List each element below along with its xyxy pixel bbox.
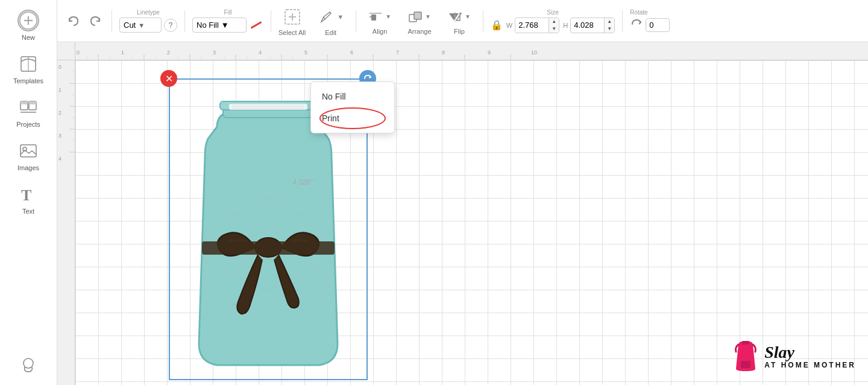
- svg-text:8: 8: [442, 49, 445, 56]
- linetype-select[interactable]: Cut ▼: [119, 18, 162, 33]
- svg-text:2: 2: [167, 49, 170, 56]
- svg-rect-7: [20, 101, 28, 104]
- height-label: H: [563, 22, 568, 29]
- watermark: Slay AT HOME MOTHER: [732, 340, 856, 373]
- help-symbol: ?: [169, 21, 173, 30]
- sidebar-item-text[interactable]: T Text: [4, 179, 52, 220]
- fill-group: Fill No Fill ▼: [192, 9, 263, 33]
- sidebar-item-projects-label: Projects: [16, 121, 40, 128]
- height-input-wrap: ▲ ▼: [570, 18, 615, 33]
- svg-point-13: [24, 358, 33, 368]
- svg-rect-86: [202, 241, 335, 255]
- sidebar-item-new[interactable]: New: [4, 5, 52, 46]
- height-spin-down[interactable]: ▼: [605, 25, 614, 33]
- redo-button[interactable]: [86, 12, 104, 30]
- lock-icon: 🔒: [491, 19, 503, 31]
- sidebar: New Templates Projects: [0, 0, 57, 385]
- arrange-label: Arrange: [407, 28, 431, 35]
- sidebar-item-projects[interactable]: Projects: [4, 92, 52, 133]
- fill-option-no-fill[interactable]: No Fill: [311, 86, 394, 107]
- arrange-button[interactable]: ▼: [403, 7, 436, 27]
- delete-handle[interactable]: ✕: [160, 70, 177, 87]
- size-group: Size 🔒 W ▲ ▼ H: [491, 9, 615, 33]
- fill-chevron-icon: ▼: [221, 21, 229, 30]
- svg-rect-22: [414, 12, 421, 19]
- width-spin-up[interactable]: ▲: [549, 18, 559, 25]
- fill-select[interactable]: No Fill ▼: [192, 18, 247, 33]
- svg-text:4: 4: [259, 49, 262, 56]
- svg-text:10: 10: [531, 49, 537, 56]
- arrange-group: ▼ Arrange: [403, 7, 436, 35]
- more-icon: [17, 354, 39, 375]
- height-spinners: ▲ ▼: [604, 18, 614, 33]
- flip-button[interactable]: ▼: [443, 7, 476, 27]
- sidebar-item-text-label: Text: [22, 208, 34, 215]
- select-all-button[interactable]: [279, 6, 306, 28]
- width-field: W ▲ ▼: [506, 18, 559, 33]
- svg-text:9: 9: [488, 49, 491, 56]
- watermark-sub: AT HOME MOTHER: [764, 361, 856, 369]
- align-chevron-icon: ▼: [385, 13, 391, 20]
- watermark-text: Slay AT HOME MOTHER: [764, 344, 856, 369]
- sidebar-item-new-label: New: [22, 34, 35, 41]
- select-all-label: Select All: [278, 29, 306, 36]
- ruler-corner: [57, 42, 75, 60]
- rotate-icon: [630, 18, 643, 33]
- ruler-horizontal: 0 1 2 3 4 5 6 7 8 9 10: [75, 42, 868, 60]
- svg-text:4: 4: [58, 156, 61, 162]
- svg-text:0: 0: [58, 64, 61, 70]
- svg-text:1: 1: [58, 87, 61, 93]
- height-input[interactable]: [571, 19, 604, 31]
- edit-button[interactable]: ▼: [313, 6, 348, 28]
- align-label: Align: [373, 28, 387, 35]
- watermark-slay: Slay: [764, 344, 856, 361]
- linetype-help-button[interactable]: ?: [164, 19, 177, 32]
- arrange-chevron-icon: ▼: [425, 13, 431, 20]
- select-all-group: Select All: [278, 6, 306, 36]
- svg-rect-8: [29, 101, 36, 104]
- fill-value: No Fill: [197, 21, 219, 30]
- main-area: Linetype Cut ▼ ? Fill No F: [57, 0, 868, 385]
- ruler-vertical: 0 1 2 3 4: [57, 42, 75, 385]
- svg-text:3: 3: [58, 133, 61, 139]
- fill-option-print[interactable]: Print: [311, 107, 394, 129]
- svg-text:7: 7: [396, 49, 399, 56]
- undo-button[interactable]: [64, 12, 83, 30]
- height-field: H ▲ ▼: [563, 18, 615, 33]
- svg-text:5: 5: [304, 49, 307, 56]
- width-spinners: ▲ ▼: [549, 18, 559, 33]
- sidebar-item-images[interactable]: Images: [4, 135, 52, 176]
- rotate-input[interactable]: [646, 18, 670, 32]
- sidebar-item-templates[interactable]: Templates: [4, 48, 52, 89]
- images-icon: [17, 140, 39, 162]
- size-label: Size: [547, 9, 558, 16]
- svg-rect-88: [742, 341, 749, 345]
- width-label: W: [506, 22, 512, 29]
- print-label: Print: [322, 113, 339, 123]
- rotate-label: Rotate: [630, 9, 647, 16]
- linetype-group: Linetype Cut ▼ ?: [119, 9, 177, 33]
- divider-6: [622, 10, 623, 32]
- svg-rect-10: [20, 145, 36, 157]
- align-button[interactable]: ▼: [363, 7, 396, 27]
- templates-icon: [17, 53, 39, 75]
- sidebar-item-images-label: Images: [17, 164, 39, 171]
- flip-group: ▼ Flip: [443, 7, 476, 35]
- fill-line-icon: [251, 21, 262, 29]
- undo-redo-group: [64, 12, 104, 30]
- new-icon: [17, 10, 39, 31]
- linetype-label: Linetype: [119, 9, 177, 16]
- projects-icon: [17, 97, 39, 118]
- svg-text:0: 0: [77, 49, 80, 56]
- edit-group: ▼ Edit: [313, 6, 348, 36]
- divider-2: [184, 10, 185, 32]
- text-icon: T: [17, 183, 39, 205]
- sidebar-item-more[interactable]: [4, 349, 52, 380]
- width-spin-down[interactable]: ▼: [549, 25, 559, 33]
- svg-rect-87: [741, 361, 750, 368]
- height-spin-up[interactable]: ▲: [605, 18, 614, 25]
- width-input[interactable]: [515, 19, 549, 31]
- divider-3: [271, 10, 271, 32]
- edit-label: Edit: [325, 29, 336, 36]
- align-group: ▼ Align: [363, 7, 396, 35]
